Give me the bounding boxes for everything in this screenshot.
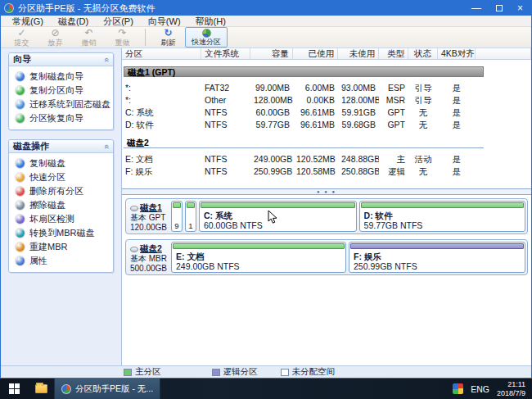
- quick-partition-button[interactable]: 快速分区: [185, 27, 228, 48]
- partition-d[interactable]: D: 软件59.77GB NTFS: [359, 201, 525, 232]
- menu-item-disk[interactable]: 磁盘(D): [51, 16, 96, 27]
- column-header-2[interactable]: 容量: [250, 48, 293, 59]
- table-row[interactable]: F: 娱乐NTFS250.99GB120.58MB250.88GB逻辑无是: [122, 165, 531, 178]
- taskbar-app-button[interactable]: 分区助手PE版 - 无...: [54, 379, 160, 399]
- taskbar-app-label: 分区助手PE版 - 无...: [75, 383, 153, 395]
- wizards-items: 复制磁盘向导复制分区向导迁移系统到固态磁盘分区恢复向导: [9, 66, 113, 129]
- partition-e[interactable]: E: 文档249.00GB NTFS: [171, 242, 346, 273]
- disk-size: 120.00GB: [130, 223, 169, 233]
- cell: NTFS: [201, 153, 250, 165]
- cell: *:: [122, 94, 201, 107]
- menu-item-general[interactable]: 常规(G): [5, 16, 51, 27]
- sidebar-item-convert-to-mbr[interactable]: 转换到MBR磁盘: [9, 226, 113, 240]
- column-header-3[interactable]: 已使用: [293, 48, 338, 59]
- disk-operations-panel-title: 磁盘操作: [13, 140, 49, 152]
- menu-item-partition[interactable]: 分区(P): [96, 16, 141, 27]
- menu-item-wizard[interactable]: 向导(W): [141, 16, 188, 27]
- partition-usage-strip: [173, 243, 345, 249]
- menu-item-help[interactable]: 帮助(H): [188, 16, 233, 27]
- partition-table-header: 分区文件系统容量已使用未使用类型状态4KB对齐: [122, 48, 531, 60]
- sidebar-item-label: 复制分区向导: [29, 85, 83, 96]
- cell: 是: [438, 82, 476, 94]
- sidebar-item-label: 快速分区: [29, 172, 65, 183]
- close-button[interactable]: ×: [517, 3, 523, 13]
- sidebar-item-migrate-os-to-ssd[interactable]: 迁移系统到固态磁盘: [9, 97, 113, 111]
- toolbar-separator: [145, 29, 146, 46]
- language-indicator[interactable]: ENG: [471, 384, 489, 394]
- disk-info-disk2[interactable]: 磁盘2基本 MBR500.00GB: [128, 242, 169, 273]
- sidebar-item-partition-recovery-wizard[interactable]: 分区恢复向导: [9, 111, 113, 125]
- sidebar-item-copy-partition-wizard[interactable]: 复制分区向导: [9, 84, 113, 97]
- cell: C: 系统: [122, 107, 201, 119]
- column-header-1[interactable]: 文件系统: [201, 48, 250, 59]
- sidebar-item-label: 迁移系统到固态磁盘: [29, 99, 110, 110]
- cell: GPT: [379, 107, 408, 119]
- sidebar-item-delete-all-partitions[interactable]: 删除所有分区: [9, 184, 113, 198]
- quick-partition-side-icon: [16, 173, 25, 182]
- sidebar-item-copy-disk-wizard[interactable]: 复制磁盘向导: [9, 70, 113, 84]
- column-header-7[interactable]: 4KB对齐: [438, 48, 476, 59]
- table-row[interactable]: *:FAT3299.00MB6.00MB93.00MBESP引导是: [122, 82, 531, 94]
- cell: Other: [201, 94, 250, 107]
- disk-operations-panel-header[interactable]: 磁盘操作«: [9, 140, 113, 153]
- disk-group-header-disk2[interactable]: 磁盘2: [124, 138, 484, 148]
- delete-all-partitions-icon: [16, 187, 25, 196]
- migrate-os-to-ssd-icon: [16, 100, 25, 109]
- clock[interactable]: 21:11 2018/7/9: [497, 380, 525, 398]
- start-button[interactable]: [0, 379, 28, 399]
- file-explorer-button[interactable]: [28, 379, 54, 399]
- sidebar-item-rebuild-mbr[interactable]: 重建MBR: [9, 240, 113, 254]
- window-title: 分区助手PE版 - 无损分区免费软件: [18, 2, 471, 15]
- cell: NTFS: [201, 165, 250, 178]
- commit-icon: ✓: [17, 29, 25, 39]
- sidebar-item-quick-partition-side[interactable]: 快速分区: [9, 170, 113, 184]
- cell: 是: [438, 94, 476, 107]
- splitter-handle[interactable]: ● ● ●: [122, 188, 531, 195]
- cell: GPT: [379, 119, 408, 131]
- sidebar-item-label: 属性: [29, 256, 47, 266]
- wizards-panel-header[interactable]: 向导«: [9, 53, 113, 66]
- cell: NTFS: [201, 119, 250, 131]
- sidebar-item-copy-disk[interactable]: 复制磁盘: [9, 156, 113, 170]
- partition-f[interactable]: F: 娱乐250.99GB NTFS: [349, 242, 525, 273]
- sidebar-item-label: 删除所有分区: [29, 186, 83, 197]
- cell: 128.00MB: [338, 94, 379, 107]
- disk-icon: [130, 206, 138, 211]
- refresh-button[interactable]: ↻刷新: [151, 27, 185, 48]
- column-header-0[interactable]: 分区: [122, 48, 201, 59]
- partition-msr[interactable]: 1: [185, 201, 196, 232]
- column-header-4[interactable]: 未使用: [338, 48, 379, 59]
- minimize-button[interactable]: —: [471, 3, 481, 13]
- sidebar-item-label: 坏扇区检测: [29, 214, 74, 224]
- table-row[interactable]: C: 系统NTFS60.00GB96.61MB59.91GBGPT无是: [122, 107, 531, 119]
- column-header-5[interactable]: 类型: [379, 48, 408, 59]
- panel-disk-operations: 磁盘操作«复制磁盘快速分区删除所有分区擦除磁盘坏扇区检测转换到MBR磁盘重建MB…: [8, 139, 114, 273]
- cell: 0.00KB: [293, 94, 338, 107]
- disk-type: 基本 GPT: [130, 213, 169, 223]
- collapse-icon: «: [102, 144, 110, 149]
- disk-group-header-disk1[interactable]: 磁盘1 (GPT): [124, 66, 484, 77]
- table-row[interactable]: E: 文档NTFS249.00GB120.52MB248.88GB主活动是: [122, 153, 531, 165]
- redo-button: ↷重做: [106, 27, 139, 48]
- rebuild-mbr-icon: [16, 243, 25, 252]
- cell: NTFS: [201, 107, 250, 119]
- table-row[interactable]: D: 软件NTFS59.77GB96.61MB59.68GBGPT无是: [122, 119, 531, 131]
- partition-esp[interactable]: 9: [171, 201, 183, 232]
- partition-c[interactable]: C: 系统60.00GB NTFS: [199, 201, 357, 232]
- cell: 逻辑: [379, 165, 408, 178]
- unallocated-swatch: [281, 369, 289, 376]
- disk-name: 磁盘2: [140, 243, 162, 253]
- copy-disk-wizard-icon: [16, 72, 25, 81]
- disk-panel-disk2: 磁盘2基本 MBR500.00GBE: 文档249.00GB NTFSF: 娱乐…: [125, 239, 528, 275]
- sidebar-item-bad-sector-test[interactable]: 坏扇区检测: [9, 212, 113, 226]
- maximize-button[interactable]: [496, 5, 503, 11]
- sidebar-item-wipe-disk[interactable]: 擦除磁盘: [9, 198, 113, 212]
- disk-info-disk1[interactable]: 磁盘1基本 GPT120.00GB: [128, 201, 169, 232]
- table-row[interactable]: *:Other128.00MB0.00KB128.00MBMSR引导是: [122, 94, 531, 107]
- color-profile-tray-icon[interactable]: [453, 383, 463, 394]
- windows-logo-icon: [9, 383, 20, 394]
- cell: 是: [438, 165, 476, 178]
- sidebar-item-properties[interactable]: 属性: [9, 254, 113, 268]
- refresh-icon: ↻: [164, 29, 172, 39]
- column-header-6[interactable]: 状态: [408, 48, 438, 59]
